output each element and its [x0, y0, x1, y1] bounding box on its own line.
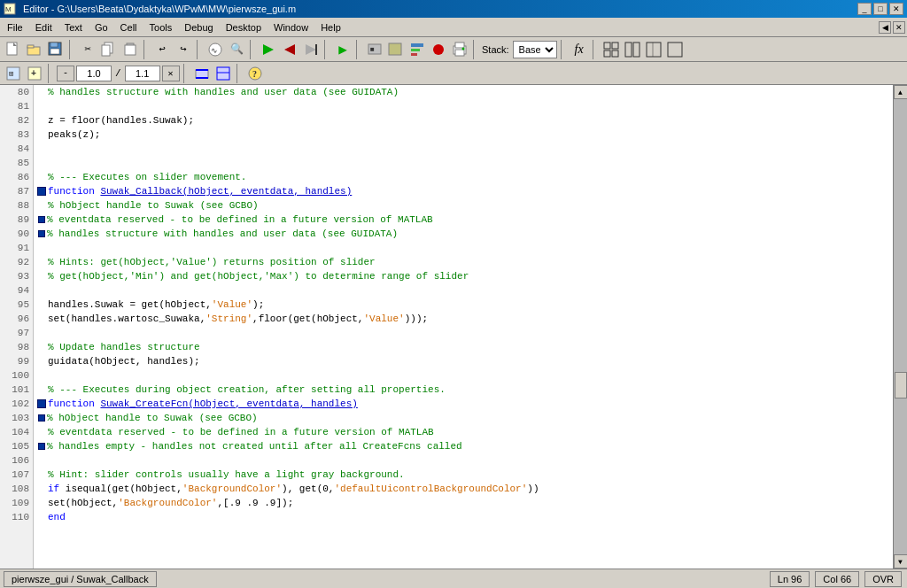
menu-help[interactable]: Help	[315, 20, 346, 35]
line-content: % handles structure with handles and use…	[48, 85, 399, 99]
svg-rect-38	[668, 43, 682, 57]
code-token: ), get(0,	[282, 484, 334, 494]
menu-debug[interactable]: Debug	[179, 20, 218, 35]
show-all-files-button[interactable]: ⊞	[4, 64, 23, 83]
code-token: function	[48, 398, 100, 409]
save-all-button[interactable]	[386, 40, 406, 59]
layout-full-button[interactable]	[665, 40, 685, 59]
minimize-button[interactable]: _	[857, 3, 872, 15]
nav-minus-button[interactable]: -	[57, 66, 74, 81]
maximize-button[interactable]: □	[873, 3, 888, 15]
fold-marker[interactable]	[37, 187, 46, 196]
scroll-thumb[interactable]	[895, 372, 907, 398]
code-line: % eventdata reserved - to be defined in …	[37, 213, 889, 227]
svg-rect-36	[647, 43, 661, 57]
fold-marker[interactable]	[38, 230, 45, 237]
code-token: Suwak_Callback(hObject, eventdata, handl…	[100, 186, 352, 197]
stop-button[interactable]: ■	[365, 40, 384, 59]
layout-grid-button[interactable]	[601, 40, 621, 59]
menu-text[interactable]: Text	[59, 20, 88, 35]
code-token: guidata(hObject, handles);	[48, 356, 200, 367]
line-content: % get(hObject,'Min') and get(hObject,'Ma…	[48, 269, 469, 283]
stack-select[interactable]: Base	[513, 41, 557, 58]
menu-desktop[interactable]: Desktop	[221, 20, 267, 35]
code-token: set(handles.wartosc_Suwaka,	[48, 313, 205, 324]
debug-go-button[interactable]	[259, 40, 278, 59]
menu-edit[interactable]: Edit	[30, 20, 58, 35]
run-button[interactable]: ▶	[333, 40, 353, 59]
line-number: 89	[0, 213, 33, 227]
float-btn[interactable]: ✕	[893, 21, 905, 34]
help-button[interactable]: ?	[245, 64, 265, 83]
code-line: set(handles.wartosc_Suwaka,'String',floo…	[37, 312, 889, 326]
nav-right-input[interactable]	[125, 66, 160, 81]
code-line: % hObject handle to Suwak (see GCBO)	[37, 411, 889, 425]
svg-rect-23	[411, 49, 420, 51]
code-token: % --- Executes on slider movement.	[48, 172, 246, 182]
code-area[interactable]: % handles structure with handles and use…	[34, 85, 893, 569]
line-content: z = floor(handles.Suwak);	[48, 113, 194, 128]
fold-marker[interactable]	[38, 414, 45, 422]
debug-fwd-button[interactable]	[301, 40, 321, 59]
line-number: 97	[0, 326, 33, 340]
new-file-button[interactable]	[4, 40, 23, 59]
code-token: Suwak_CreateFcn(hObject, eventdata, hand…	[100, 398, 357, 409]
vertical-scrollbar[interactable]: ▲ ▼	[893, 85, 907, 569]
line-content: peaks(z);	[48, 128, 100, 142]
dockable-btn[interactable]: ◀	[879, 21, 891, 34]
line-number: 105	[0, 439, 33, 453]
debug-back-button[interactable]	[280, 40, 299, 59]
fold-marker[interactable]	[37, 399, 46, 408]
line-number: 98	[0, 340, 33, 354]
cut-button[interactable]: ✂	[78, 40, 97, 59]
title-bar: M Editor - G:\Users\Beata\Dydaktyka\WPwM…	[0, 0, 907, 18]
code-token: if	[48, 484, 59, 494]
toolbar1: ✂ ↩ ↪ ∿ 🔍 ▶ ■ Stack: Base fx	[0, 37, 907, 62]
cell-tools-button2[interactable]	[213, 64, 233, 83]
nav-x-button[interactable]: ✕	[162, 66, 180, 81]
paste-button[interactable]	[120, 40, 140, 59]
menu-cell[interactable]: Cell	[115, 20, 143, 35]
fold-marker[interactable]	[38, 443, 45, 450]
line-content: % eventdata reserved - to be defined in …	[48, 425, 434, 439]
profile-button[interactable]	[407, 40, 427, 59]
layout-single-button[interactable]	[644, 40, 663, 59]
svg-rect-35	[633, 43, 640, 57]
scroll-down-button[interactable]: ▼	[894, 554, 908, 569]
simulink-button[interactable]: ∿	[205, 40, 225, 59]
scroll-track[interactable]	[894, 99, 908, 554]
menu-window[interactable]: Window	[268, 20, 314, 35]
fx-button[interactable]: fx	[570, 43, 589, 57]
layout-cols-button[interactable]	[623, 40, 642, 59]
line-content: % --- Executes during object creation, a…	[48, 383, 446, 397]
open-file-button[interactable]	[25, 40, 44, 59]
menu-tools[interactable]: Tools	[144, 20, 178, 35]
add-file-button[interactable]: +	[25, 64, 44, 83]
redo-button[interactable]: ↪	[174, 40, 193, 59]
close-button[interactable]: ✕	[889, 3, 903, 15]
line-number: 99	[0, 354, 33, 368]
undo-button[interactable]: ↩	[152, 40, 172, 59]
code-token: peaks(z);	[48, 129, 100, 140]
svg-text:M: M	[5, 5, 12, 13]
menu-go[interactable]: Go	[89, 20, 113, 35]
menu-file[interactable]: File	[2, 20, 28, 35]
find-button[interactable]: 🔍	[227, 40, 246, 59]
code-line	[37, 241, 889, 255]
svg-rect-10	[102, 45, 110, 56]
cell-tools-button1[interactable]	[192, 64, 212, 83]
line-number: 95	[0, 298, 33, 312]
svg-text:■: ■	[370, 45, 375, 53]
breakpoint-button[interactable]	[429, 40, 448, 59]
fold-marker[interactable]	[38, 216, 45, 223]
code-line: % handles structure with handles and use…	[37, 85, 889, 99]
save-button[interactable]	[46, 40, 66, 59]
code-token: % Hint: slider controls usually have a l…	[48, 469, 405, 480]
print-button[interactable]	[450, 40, 469, 59]
copy-button[interactable]	[99, 40, 119, 59]
code-line	[37, 326, 889, 340]
code-line	[37, 156, 889, 170]
window-controls[interactable]: _ □ ✕	[857, 3, 903, 15]
nav-left-input[interactable]	[76, 66, 112, 81]
scroll-up-button[interactable]: ▲	[894, 85, 908, 99]
